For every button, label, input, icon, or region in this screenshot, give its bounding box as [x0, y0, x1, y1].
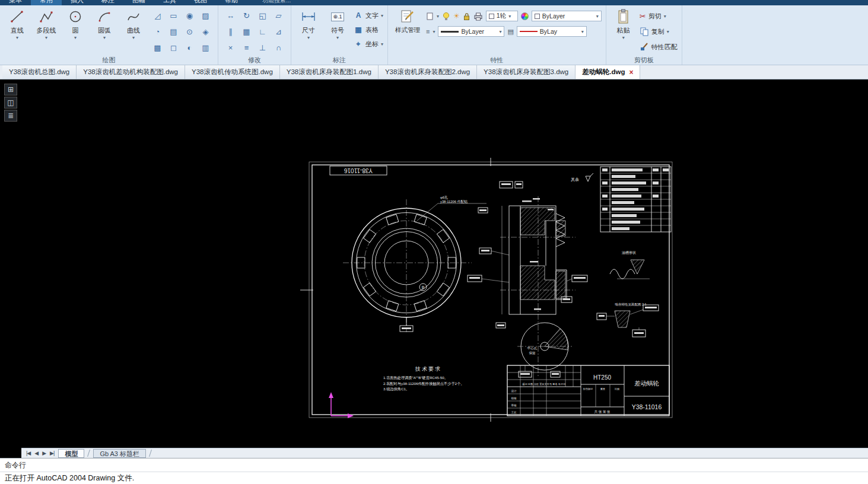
drawing-canvas[interactable]: Y38-11016: [21, 79, 868, 448]
linetype-select[interactable]: ByLay ▾: [517, 26, 587, 37]
trim-icon[interactable]: ⊥: [259, 43, 266, 52]
last-layout-button[interactable]: ▶|: [50, 450, 54, 456]
list-icon[interactable]: ≡: [426, 28, 430, 35]
erase-icon[interactable]: ×: [228, 43, 233, 52]
draw-tool-icon[interactable]: ◔: [155, 27, 160, 36]
match-properties-button[interactable]: 特性匹配: [640, 40, 678, 53]
tech-line3: 3.锐边倒角C1。: [383, 387, 409, 391]
dimension-button[interactable]: 尺寸 ▾: [295, 8, 322, 40]
doc-tab-active[interactable]: 差动蜗轮.dwg ×: [576, 65, 640, 79]
fillet-icon[interactable]: ∟: [259, 27, 266, 36]
first-layout-button[interactable]: |◀: [26, 450, 30, 456]
lineweight-select[interactable]: ByLayer ▾: [438, 26, 504, 37]
chevron-down-icon: ▾: [381, 14, 383, 18]
color-select[interactable]: ByLayer ▾: [532, 11, 602, 21]
rail-tool-button-3[interactable]: ≣: [4, 110, 17, 122]
menu-tab-tools[interactable]: 工具: [154, 0, 185, 5]
close-icon[interactable]: ×: [629, 68, 633, 77]
draw-tool-icon[interactable]: ◿: [155, 11, 161, 20]
printer-icon[interactable]: [473, 12, 483, 21]
layer-select[interactable]: 1轮 ▾: [486, 11, 518, 21]
explode-icon[interactable]: ≡: [244, 43, 249, 52]
rows-icon[interactable]: ▤: [507, 28, 513, 36]
color-wheel-icon[interactable]: [521, 12, 529, 20]
menu-tab-help[interactable]: 帮助: [216, 0, 247, 5]
previous-layout-button[interactable]: ◀: [34, 450, 38, 456]
table-icon: ▦: [354, 26, 363, 34]
chevron-down-icon: ▾: [433, 30, 435, 34]
draw-tool-icon[interactable]: ◐: [187, 43, 192, 52]
chevron-down-icon: ▾: [16, 36, 18, 40]
function-search-input[interactable]: 功能搜索...: [262, 0, 291, 5]
lightbulb-icon[interactable]: [442, 11, 450, 21]
draw-tool-icon[interactable]: ◻: [170, 43, 177, 52]
rotate-icon[interactable]: ↻: [243, 11, 250, 20]
menu-tab-sheet[interactable]: 图幅: [123, 0, 154, 5]
doc-tab[interactable]: Y38滚齿机床身装配图1.dwg: [280, 65, 379, 79]
draw-tool-icon[interactable]: ⊙: [186, 27, 193, 36]
doc-tab[interactable]: Y38滚齿机床身装配图2.dwg: [379, 65, 477, 79]
text-label: 文字: [365, 11, 379, 20]
draw-tool-icon[interactable]: ▭: [170, 11, 177, 20]
menu-tab-home[interactable]: 常用: [31, 0, 62, 5]
mirror-icon[interactable]: ▱: [276, 11, 282, 20]
model-tab[interactable]: 模型: [58, 449, 84, 458]
tab-separator: [149, 450, 152, 457]
status-text: 正在打开 AutoCAD 2004 Drawing 文件.: [5, 473, 134, 483]
doc-tab[interactable]: Y38滚齿机总图.dwg: [2, 65, 77, 79]
array-icon[interactable]: ▦: [243, 27, 250, 36]
lock-icon[interactable]: [463, 12, 470, 21]
line-label: 直线: [11, 26, 24, 35]
chevron-down-icon: ▾: [596, 14, 599, 18]
line-button[interactable]: 直线 ▾: [4, 8, 30, 40]
dwg-differential-worm-gear: Y38-11016: [21, 79, 868, 448]
table-button[interactable]: ▦ 表格: [354, 24, 383, 36]
oil-groove-detail: 油槽形状: [610, 251, 650, 279]
polyline-button[interactable]: 多段线 ▾: [33, 8, 59, 40]
coordinate-button[interactable]: ⌖ 坐标 ▾: [354, 38, 383, 50]
offset-icon[interactable]: ∥: [228, 27, 233, 36]
menu-tab-annotate[interactable]: 标注: [93, 0, 123, 5]
sun-icon[interactable]: ☀: [453, 12, 460, 20]
text-button[interactable]: A 文字 ▾: [354, 9, 383, 21]
scale-icon[interactable]: ◱: [259, 11, 266, 20]
material-value: HT250: [593, 374, 611, 381]
lineweight-swatch: [441, 31, 459, 33]
draw-tool-icon[interactable]: ◈: [203, 27, 209, 36]
command-input[interactable]: 命令行: [0, 458, 868, 472]
menu-tab-menu[interactable]: 菜单: [0, 0, 31, 5]
symbol-icon: ⊕.1: [329, 8, 346, 26]
arc-button[interactable]: 圆弧 ▾: [91, 8, 117, 40]
stretch-icon[interactable]: ∩: [276, 43, 281, 52]
sheet-icon[interactable]: [426, 12, 434, 20]
rail-tool-button-2[interactable]: ◫: [4, 97, 17, 109]
circle-button[interactable]: 圆 ▾: [62, 8, 88, 40]
rail-tool-button-1[interactable]: ⊞: [4, 84, 17, 95]
document-tab-bar: Y38滚齿机总图.dwg Y38滚齿机差动机构装配图.dwg Y38滚齿机传动系…: [0, 65, 868, 79]
spline-button[interactable]: 曲线 ▾: [120, 8, 147, 40]
draw-tool-icon[interactable]: ▥: [202, 43, 209, 52]
paste-button[interactable]: 粘贴 ▾: [611, 8, 637, 40]
draw-tool-icon[interactable]: ◉: [186, 11, 193, 20]
tab-separator: [87, 450, 90, 457]
layout-tab-a3[interactable]: Gb A3 标题栏: [93, 449, 146, 458]
style-manager-button[interactable]: 样式管理: [392, 8, 423, 34]
doc-tab[interactable]: Y38滚齿机差动机构装配图.dwg: [77, 65, 185, 79]
cut-button[interactable]: ✂ 剪切 ▾: [640, 9, 678, 23]
draw-tool-icon[interactable]: ▩: [154, 43, 161, 52]
panel-modify: ↔ ↻ ◱ ▱ ∥ ▦ ∟ ⊿ × ≡ ⊥ ∩ 修改: [218, 5, 291, 65]
symbol-button[interactable]: ⊕.1 符号 ▾: [325, 8, 351, 40]
copy-button[interactable]: 复制 ▾: [640, 25, 678, 38]
sheet-count: 共 张 第 张: [594, 410, 611, 414]
move-icon[interactable]: ↔: [227, 11, 234, 20]
draw-tool-icon[interactable]: ▨: [202, 11, 209, 20]
menu-tab-view[interactable]: 视图: [185, 0, 216, 5]
draw-tool-icon[interactable]: ▤: [170, 27, 177, 36]
doc-tab[interactable]: Y38滚齿机传动系统图.dwg: [185, 65, 280, 79]
doc-tab[interactable]: Y38滚齿机床身装配图3.dwg: [477, 65, 576, 79]
chamfer-icon[interactable]: ⊿: [275, 27, 282, 36]
menu-tab-insert[interactable]: 插入: [62, 0, 93, 5]
ribbon-empty-space: [682, 5, 868, 65]
leader-note-line1: φ6孔: [440, 195, 448, 200]
next-layout-button[interactable]: ▶: [42, 450, 46, 456]
